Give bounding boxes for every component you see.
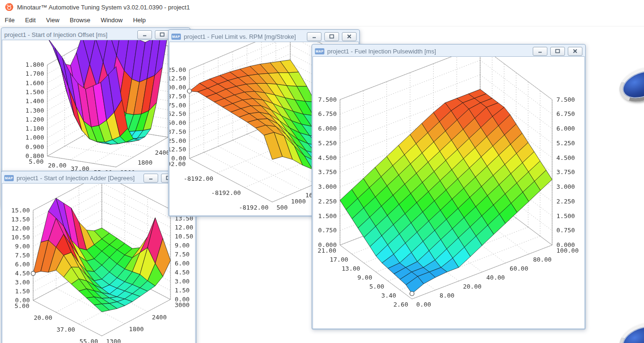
window-title: project1 - Start of Injection Adder [Deg… <box>17 175 141 182</box>
blue-oval-badge-bottom <box>614 317 644 343</box>
menu-browse[interactable]: Browse <box>70 17 90 24</box>
menu-edit[interactable]: Edit <box>25 17 36 24</box>
menu-help[interactable]: Help <box>133 17 146 24</box>
surface-canvas[interactable] <box>2 184 195 343</box>
maximize-button[interactable] <box>324 32 339 41</box>
app-titlebar[interactable]: ♉ Minotaur™ Automotive Tuning System v3.… <box>0 0 644 14</box>
window-title: project1 - Fuel Limit vs. RPM [mg/Stroke… <box>184 33 304 40</box>
menu-view[interactable]: View <box>46 17 59 24</box>
blue-oval-badge-top <box>614 62 644 107</box>
minotaur-app-icon: ♉ <box>5 3 13 11</box>
surface-plot-injection-adder[interactable] <box>2 184 195 343</box>
window-title: project1 - Fuel Injection Pulsewidth [ms… <box>327 48 530 55</box>
app-title: Minotaur™ Automotive Tuning System v3.02… <box>17 4 190 11</box>
map-icon: MAP <box>4 175 14 181</box>
minimize-button[interactable] <box>137 30 152 39</box>
menubar: File Edit View Browse Window Help <box>0 14 644 26</box>
map-icon: MAP <box>315 48 324 54</box>
minimize-button[interactable] <box>307 32 322 41</box>
window-titlebar[interactable]: project1 - Start of Injection Offset [ms… <box>2 29 189 40</box>
window-fuel-pulsewidth: MAP project1 - Fuel Injection Pulsewidth… <box>312 44 586 330</box>
maximize-button[interactable] <box>155 30 170 39</box>
minimize-button[interactable] <box>533 47 547 56</box>
minimize-button[interactable] <box>143 174 158 183</box>
close-button[interactable] <box>342 32 357 41</box>
surface-canvas[interactable] <box>313 57 584 328</box>
window-titlebar[interactable]: MAP project1 - Fuel Injection Pulsewidth… <box>313 45 584 57</box>
window-injection-adder: MAP project1 - Start of Injection Adder … <box>1 171 197 343</box>
window-title: project1 - Start of Injection Offset [ms… <box>4 31 134 38</box>
maximize-button[interactable] <box>550 47 565 56</box>
window-titlebar[interactable]: MAP project1 - Fuel Limit vs. RPM [mg/St… <box>170 31 358 42</box>
map-icon: MAP <box>171 34 181 40</box>
menu-file[interactable]: File <box>5 17 15 24</box>
close-button[interactable] <box>568 47 582 56</box>
window-titlebar[interactable]: MAP project1 - Start of Injection Adder … <box>2 172 195 184</box>
surface-plot-fuel-pulsewidth[interactable] <box>313 57 584 328</box>
menu-window[interactable]: Window <box>101 17 123 24</box>
